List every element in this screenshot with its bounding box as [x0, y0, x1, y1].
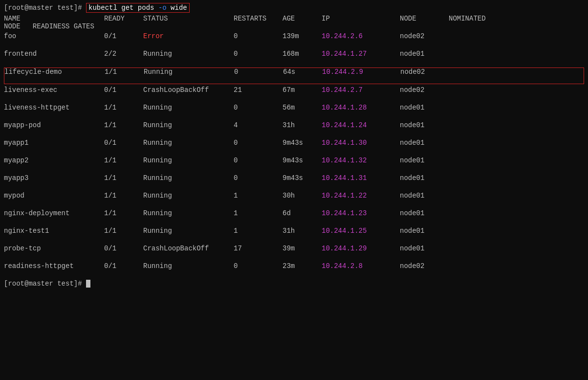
- pod-block: myapp10/1Running09m43s10.244.1.30node01: [4, 139, 584, 155]
- pod-readiness-row: [4, 182, 584, 190]
- pod-age: 23m: [283, 262, 322, 270]
- pod-name: myapp1: [4, 139, 104, 147]
- pod-status: Error: [143, 32, 234, 40]
- pod-node: node01: [400, 156, 449, 164]
- pod-restarts: 0: [234, 68, 283, 76]
- pod-age: 168m: [283, 50, 322, 58]
- pod-ip: 10.244.1.32: [322, 156, 400, 164]
- pod-ready: 1/1: [104, 156, 143, 164]
- pod-ip: 10.244.1.25: [322, 227, 400, 235]
- pod-status: Running: [143, 174, 234, 182]
- header-line1: NAMEREADYSTATUSRESTARTSAGEIPNODENOMINATE…: [4, 15, 584, 22]
- pod-ip: 10.244.1.23: [322, 209, 400, 217]
- pod-main-row: frontend2/2Running0168m10.244.1.27node01: [4, 50, 584, 58]
- pod-block: nginx-deployment1/1Running16d10.244.1.23…: [4, 209, 584, 225]
- pod-status: Running: [143, 227, 234, 235]
- pod-node: node01: [400, 209, 449, 217]
- header-line2: NODE READINESS GATES: [4, 22, 584, 30]
- pod-age: 139m: [283, 32, 322, 40]
- pod-status: CrashLoopBackOff: [143, 86, 234, 94]
- pod-status: CrashLoopBackOff: [143, 245, 234, 252]
- pod-main-row: myapp21/1Running09m43s10.244.1.32node01: [4, 156, 584, 164]
- header-restarts: RESTARTS: [234, 15, 283, 22]
- pod-block: frontend2/2Running0168m10.244.1.27node01: [4, 50, 584, 66]
- pod-name: liveness-exec: [4, 86, 104, 94]
- pod-ip: 10.244.1.22: [322, 192, 400, 200]
- pod-age: 39m: [283, 245, 322, 252]
- pod-block: liveness-httpget1/1Running056m10.244.1.2…: [4, 104, 584, 119]
- pod-ready: 0/1: [104, 32, 143, 40]
- pod-restarts: 0: [234, 104, 283, 112]
- pod-readiness-row: [4, 112, 584, 119]
- pod-node: node01: [400, 245, 449, 252]
- pod-age: 9m43s: [283, 156, 322, 164]
- header-ready: READY: [104, 15, 143, 22]
- pod-name: nginx-deployment: [4, 209, 104, 217]
- pod-node: node01: [400, 50, 449, 58]
- pod-node: node01: [400, 121, 449, 129]
- pod-node: node02: [400, 86, 449, 94]
- pod-name: frontend: [4, 50, 104, 58]
- pod-readiness-row: [4, 147, 584, 155]
- header-nominated: NOMINATED: [449, 15, 502, 22]
- pod-restarts: 0: [234, 174, 283, 182]
- pod-ready: 1/1: [104, 121, 143, 129]
- pod-restarts: 0: [234, 139, 283, 147]
- pod-name: readiness-httpget: [4, 262, 104, 270]
- pod-status: Running: [143, 50, 234, 58]
- pod-readiness-row: [4, 164, 584, 172]
- prompt: [root@master test]#: [4, 4, 82, 12]
- pod-ip: 10.244.1.30: [322, 139, 400, 147]
- pod-name: myapp3: [4, 174, 104, 182]
- header-ip: IP: [322, 15, 400, 22]
- pod-age: 31h: [283, 227, 322, 235]
- highlighted-pod-block: lifecycle-demo1/1Running064s10.244.2.9no…: [4, 67, 584, 84]
- pod-ready: 1/1: [104, 227, 143, 235]
- pod-main-row: liveness-httpget1/1Running056m10.244.1.2…: [4, 104, 584, 112]
- pod-name: lifecycle-demo: [4, 68, 105, 76]
- pod-block: readiness-httpget0/1Running023m10.244.2.…: [4, 262, 584, 278]
- pod-node: node01: [400, 227, 449, 235]
- header-readiness: READINESS GATES: [33, 22, 94, 30]
- pod-block: myapp-pod1/1Running431h10.244.1.24node01: [4, 121, 584, 137]
- pod-name: myapp-pod: [4, 121, 104, 129]
- pod-restarts: 1: [234, 209, 283, 217]
- pod-ready: 1/1: [104, 174, 143, 182]
- pod-ip: 10.244.1.24: [322, 121, 400, 129]
- pod-age: 9m43s: [283, 174, 322, 182]
- pod-name: liveness-httpget: [4, 104, 104, 112]
- cursor: [86, 280, 90, 288]
- pod-ready: 0/1: [104, 86, 143, 94]
- pod-node: node02: [400, 262, 449, 270]
- pod-ready: 0/1: [104, 139, 143, 147]
- pod-restarts: 0: [234, 262, 283, 270]
- pod-ready: 2/2: [104, 50, 143, 58]
- pod-status: Running: [144, 68, 234, 76]
- pod-readiness-row: [4, 200, 584, 207]
- pod-status: Running: [143, 121, 234, 129]
- pod-age: 30h: [283, 192, 322, 200]
- pod-ready: 1/1: [104, 104, 143, 112]
- pod-readiness-row: [4, 235, 584, 243]
- pod-block: probe-tcp0/1CrashLoopBackOff1739m10.244.…: [4, 245, 584, 260]
- pod-main-row: readiness-httpget0/1Running023m10.244.2.…: [4, 262, 584, 270]
- header-node-label: NODE: [4, 22, 21, 30]
- pod-age: 67m: [283, 86, 322, 94]
- pod-name: probe-tcp: [4, 245, 104, 252]
- pod-ready: 0/1: [104, 262, 143, 270]
- pod-ip: 10.244.1.27: [322, 50, 400, 58]
- pod-ip: 10.244.2.8: [322, 262, 400, 270]
- pod-readiness-row: [4, 94, 584, 102]
- pod-main-row: nginx-test11/1Running131h10.244.1.25node…: [4, 227, 584, 235]
- bottom-prompt-line: [root@master test]#: [4, 280, 584, 288]
- pod-main-row: probe-tcp0/1CrashLoopBackOff1739m10.244.…: [4, 245, 584, 252]
- pod-ready: 1/1: [104, 192, 143, 200]
- pod-node: node01: [400, 192, 449, 200]
- cmd-base: kubectl get pods: [88, 4, 158, 12]
- pod-age: 9m43s: [283, 139, 322, 147]
- pod-name: foo: [4, 32, 104, 40]
- pod-age: 56m: [283, 104, 322, 112]
- pod-main-row: foo0/1Error0139m10.244.2.6node02: [4, 32, 584, 40]
- pod-status: Running: [143, 209, 234, 217]
- pod-readiness-row: [4, 76, 584, 84]
